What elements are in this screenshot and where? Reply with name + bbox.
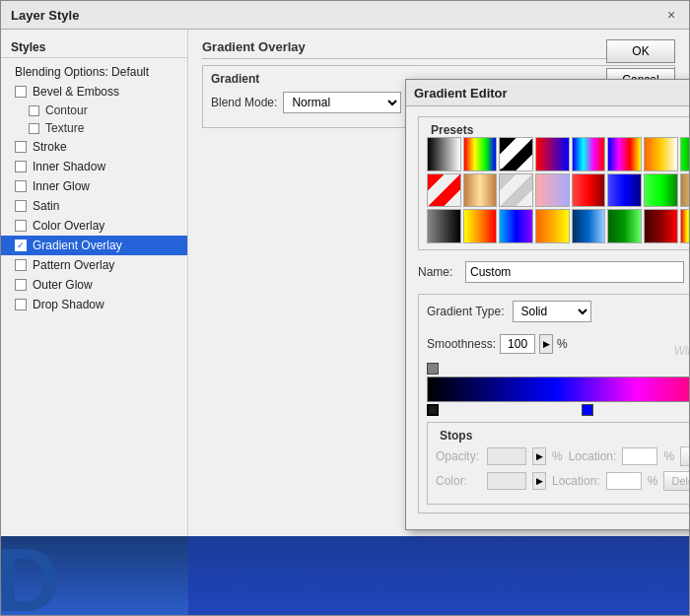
preset-swatch-15[interactable] — [644, 173, 678, 208]
watermark-area: The WindowsClub — [572, 328, 689, 359]
sidebar-item-drop-shadow[interactable]: Drop Shadow — [1, 295, 187, 314]
preset-swatch-16[interactable] — [680, 173, 689, 208]
main-content: Gradient Overlay Gradient Blend Mode: No… — [188, 30, 689, 612]
preset-swatch-14[interactable] — [607, 173, 642, 208]
gradient-overlay-label: Gradient Overlay — [33, 239, 122, 252]
sidebar: Styles Blending Options: Default Bevel &… — [1, 30, 188, 612]
preset-swatch-5[interactable] — [607, 137, 642, 171]
inner-shadow-checkbox[interactable] — [15, 161, 27, 172]
color-delete-button[interactable]: Delete — [663, 471, 689, 491]
stops-fieldset: Stops Opacity: ▶ % Location: — [427, 422, 689, 505]
blue-background — [188, 536, 689, 615]
color-location-label: Location: — [552, 474, 600, 488]
opacity-delete-button[interactable]: Delete — [680, 446, 689, 466]
drop-shadow-checkbox[interactable] — [15, 299, 27, 310]
layer-style-close-button[interactable]: × — [663, 7, 679, 23]
gradient-editor-window: Gradient Editor ─ □ × — [405, 79, 689, 530]
ge-main-area: Presets ⚙ Name: New — [418, 116, 689, 519]
stroke-checkbox[interactable] — [15, 141, 27, 153]
satin-checkbox[interactable] — [15, 200, 27, 212]
gradient-editor-title: Gradient Editor — [414, 86, 508, 101]
pattern-overlay-checkbox[interactable] — [15, 259, 27, 271]
layer-style-body: Styles Blending Options: Default Bevel &… — [1, 30, 689, 612]
blend-mode-select[interactable]: Normal — [283, 92, 401, 113]
preset-swatch-20[interactable] — [499, 209, 533, 243]
smoothness-input[interactable] — [500, 334, 535, 354]
contour-checkbox[interactable] — [29, 105, 39, 116]
color-stop-row: Color: ▶ Location: % Delete — [436, 471, 689, 491]
preset-swatch-7[interactable] — [680, 137, 689, 171]
texture-checkbox[interactable] — [29, 123, 39, 134]
bevel-emboss-checkbox[interactable] — [15, 86, 27, 98]
sidebar-item-inner-shadow[interactable]: Inner Shadow — [1, 157, 187, 176]
stops-legend: Stops — [436, 429, 476, 443]
sidebar-item-outer-glow[interactable]: Outer Glow — [1, 275, 187, 295]
ge-left-content: Presets ⚙ Name: New — [418, 116, 689, 519]
sidebar-item-gradient-overlay[interactable]: Gradient Overlay — [1, 236, 187, 255]
sidebar-item-stroke[interactable]: Stroke — [1, 137, 187, 157]
sidebar-item-contour[interactable]: Contour — [1, 102, 187, 119]
preset-swatch-1[interactable] — [463, 137, 498, 171]
opacity-stepper[interactable]: ▶ — [532, 447, 546, 465]
layer-style-title: Layer Style — [11, 8, 79, 23]
bottom-bar: D — [1, 536, 188, 615]
presets-legend: Presets — [427, 123, 477, 137]
preset-swatch-21[interactable] — [535, 209, 570, 243]
preset-swatch-2[interactable] — [499, 137, 533, 171]
smoothness-stepper[interactable]: ▶ — [539, 334, 553, 354]
gradient-overlay-checkbox[interactable] — [15, 240, 27, 251]
gradient-editor-titlebar: Gradient Editor ─ □ × — [406, 80, 689, 106]
bottom-letter: D — [1, 536, 60, 615]
sidebar-item-blending-options[interactable]: Blending Options: Default — [1, 62, 187, 82]
gradient-bar[interactable] — [427, 376, 689, 402]
sidebar-item-pattern-overlay[interactable]: Pattern Overlay — [1, 255, 187, 275]
opacity-label: Opacity: — [436, 449, 481, 463]
color-location-percent: % — [648, 474, 658, 488]
contour-label: Contour — [45, 103, 88, 117]
color-stop-blue[interactable] — [582, 404, 593, 416]
color-stop-black[interactable] — [427, 404, 439, 416]
color-overlay-label: Color Overlay — [33, 219, 104, 233]
outer-glow-checkbox[interactable] — [15, 279, 27, 291]
watermark-line2: WindowsClub — [674, 344, 689, 358]
sidebar-item-satin[interactable]: Satin — [1, 196, 187, 216]
sidebar-item-bevel-emboss[interactable]: Bevel & Emboss — [1, 82, 187, 102]
color-location-input[interactable] — [606, 472, 642, 490]
preset-swatch-4[interactable] — [572, 137, 606, 171]
preset-swatch-3[interactable] — [535, 137, 570, 171]
pattern-overlay-label: Pattern Overlay — [33, 258, 114, 272]
preset-swatch-11[interactable] — [499, 173, 533, 208]
gradient-type-label: Gradient Type: — [427, 305, 505, 318]
preset-swatch-9[interactable] — [427, 173, 461, 208]
preset-swatch-19[interactable] — [463, 209, 498, 243]
sidebar-item-inner-glow[interactable]: Inner Glow — [1, 176, 187, 196]
color-label: Color: — [436, 474, 481, 488]
sidebar-item-texture[interactable]: Texture — [1, 119, 187, 137]
gradient-top-stops — [427, 363, 689, 376]
inner-glow-checkbox[interactable] — [15, 180, 27, 192]
preset-swatch-12[interactable] — [535, 173, 570, 208]
preset-swatch-24[interactable] — [644, 209, 678, 243]
opacity-location-input[interactable] — [622, 447, 657, 465]
preset-swatch-25[interactable] — [680, 209, 689, 243]
opacity-color-box[interactable] — [487, 447, 526, 465]
gradient-type-row: Gradient Type: Solid Noise — [427, 301, 689, 322]
opacity-stop-left[interactable] — [427, 363, 439, 375]
preset-swatch-18[interactable] — [427, 209, 461, 243]
preset-swatch-22[interactable] — [572, 209, 606, 243]
color-stepper[interactable]: ▶ — [532, 472, 546, 490]
preset-swatch-6[interactable] — [644, 137, 678, 171]
preset-swatch-23[interactable] — [607, 209, 642, 243]
inner-shadow-label: Inner Shadow — [33, 160, 105, 173]
color-overlay-checkbox[interactable] — [15, 220, 27, 232]
stroke-label: Stroke — [33, 140, 67, 154]
name-input[interactable] — [465, 261, 684, 283]
preset-swatch-13[interactable] — [572, 173, 606, 208]
preset-swatch-10[interactable] — [463, 173, 498, 208]
sidebar-item-color-overlay[interactable]: Color Overlay — [1, 216, 187, 236]
main-ok-button[interactable]: OK — [606, 39, 675, 63]
preset-swatch-0[interactable] — [427, 137, 461, 171]
opacity-location-percent: % — [663, 449, 674, 463]
color-color-box[interactable] — [487, 472, 526, 490]
gradient-type-select[interactable]: Solid Noise — [513, 301, 591, 322]
